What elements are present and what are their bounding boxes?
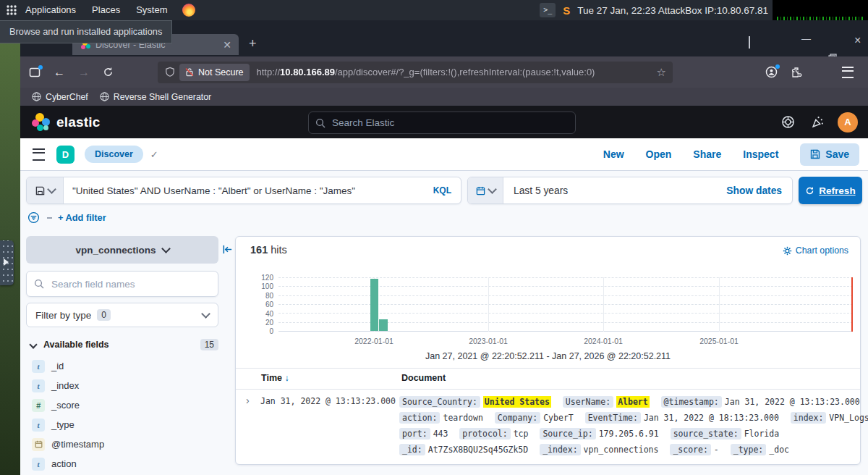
bookmark-cyberchef[interactable]: CyberChef (32, 92, 88, 102)
minimize-button[interactable]: — (801, 33, 811, 44)
user-avatar[interactable]: A (838, 112, 858, 133)
field-item-timestamp[interactable]: @timestamp (26, 434, 218, 454)
drawer-expand-icon (4, 258, 9, 266)
extensions-puzzle-icon[interactable] (791, 67, 802, 78)
menu-applications[interactable]: Applications (17, 0, 84, 20)
doc-field-value: Jan 31, 2022 @ 13:13:23.000 (725, 397, 860, 407)
help-icon[interactable] (781, 115, 795, 129)
add-filter-button[interactable]: + Add filter (58, 212, 106, 223)
number-field-icon: # (32, 399, 45, 412)
close-window-button[interactable]: × (854, 34, 861, 47)
inspect-link[interactable]: Inspect (743, 148, 778, 160)
field-search-box (26, 271, 218, 297)
url-bar[interactable]: Not Secure http://10.80.166.89/app/disco… (158, 62, 673, 83)
not-secure-chip[interactable]: Not Secure (179, 64, 250, 81)
desktop-drawer-handle[interactable] (0, 240, 14, 285)
save-button[interactable]: Save (800, 143, 859, 166)
doc-field-value: teardown (443, 413, 482, 423)
bookmarks-bar: CyberChef Reverse Shell Generator (20, 88, 868, 106)
y-tick: 20 (252, 319, 273, 327)
document-line: _id:At7ZsX8BQU2Sq45GZk5D _index:vpn_conn… (399, 442, 851, 458)
histogram-bar[interactable] (379, 319, 388, 331)
available-fields-header[interactable]: Available fields 15 (26, 339, 218, 350)
share-link[interactable]: Share (693, 148, 721, 160)
forward-button[interactable]: → (78, 66, 90, 79)
refresh-button[interactable]: Refresh (799, 177, 862, 204)
global-search-bar[interactable] (308, 112, 576, 134)
field-item-index[interactable]: t_index (26, 376, 218, 395)
firefox-launcher-icon[interactable] (182, 4, 195, 17)
saved-query-menu[interactable] (27, 177, 64, 203)
reload-button[interactable] (103, 67, 114, 77)
whats-new-icon[interactable] (811, 115, 825, 129)
show-dates-link[interactable]: Show dates (716, 185, 792, 196)
current-time-marker (851, 277, 853, 332)
globe-icon (32, 92, 41, 101)
kql-query-input[interactable] (64, 185, 424, 196)
doc-field-value: Jan 31, 2022 @ 18:13:23.000 (644, 413, 779, 423)
collapse-sidebar-icon[interactable] (222, 244, 233, 255)
doc-field-label: Source_Country: (399, 396, 480, 408)
saved-query-icon (35, 186, 45, 196)
new-link[interactable]: New (603, 148, 624, 160)
query-row: KQL Last 5 years Show dates Refresh (26, 177, 862, 204)
account-icon[interactable] (765, 66, 778, 78)
open-link[interactable]: Open (646, 148, 672, 160)
terminal-tray-icon[interactable]: >_ (540, 3, 556, 17)
index-pattern-selector[interactable]: vpn_connections (26, 236, 218, 264)
query-language-toggle[interactable]: KQL (424, 185, 461, 196)
save-icon (810, 149, 820, 159)
nav-menu-icon[interactable] (33, 148, 45, 161)
expand-row-icon[interactable]: › (246, 395, 250, 406)
discover-toolbar: D Discover ✓ New Open Share Inspect Save (20, 138, 868, 171)
field-item-score[interactable]: #_score (26, 395, 218, 415)
filter-by-type-select[interactable]: Filter by type 0 (26, 303, 218, 327)
bookmark-star-icon[interactable]: ☆ (657, 66, 666, 79)
field-search-input[interactable] (50, 278, 210, 290)
tab-close-icon[interactable]: ✕ (223, 39, 231, 51)
back-button[interactable]: ← (54, 66, 65, 79)
timepicker-calendar-menu[interactable] (468, 177, 503, 203)
filter-icon[interactable] (27, 211, 40, 224)
global-search-input[interactable] (331, 117, 550, 129)
app-grid-icon[interactable] (6, 4, 17, 16)
sublime-tray-icon[interactable]: S (563, 4, 570, 17)
space-badge[interactable]: D (56, 146, 75, 164)
browser-menu-icon[interactable] (842, 67, 854, 78)
histogram-bar[interactable] (370, 279, 378, 331)
row-document-cell: Source_Country:United States UserName:Al… (399, 394, 851, 458)
list-tabs-icon[interactable] (745, 36, 750, 47)
elastic-logo[interactable] (32, 113, 51, 132)
document-line: port:443 protocol:tcp Source_ip:179.205.… (399, 426, 851, 442)
time-range-value[interactable]: Last 5 years (503, 185, 716, 196)
chevron-down-icon (161, 244, 171, 253)
text-field-icon: t (32, 458, 45, 471)
menu-system[interactable]: System (128, 0, 175, 20)
date-field-icon (32, 438, 45, 451)
new-tab-button[interactable]: + (249, 36, 257, 51)
field-item-action[interactable]: taction (26, 454, 218, 474)
menu-places[interactable]: Places (84, 0, 128, 20)
chart-options-button[interactable]: Chart options (783, 245, 848, 256)
hits-count: 161 hits (250, 244, 287, 256)
field-item-id[interactable]: t_id (26, 356, 218, 376)
fields-sidebar: vpn_connections Filter by type 0 Availab… (26, 236, 218, 474)
shield-icon[interactable] (165, 67, 175, 77)
filter-bar: + Add filter (27, 211, 106, 224)
search-icon (34, 279, 44, 289)
query-input-group: KQL (26, 177, 461, 204)
doc-field-label: _index: (540, 444, 580, 455)
breadcrumb-discover[interactable]: Discover (85, 146, 143, 163)
field-item-type[interactable]: t_type (26, 415, 218, 434)
y-tick: 120 (252, 274, 273, 282)
filter-bar-divider (47, 217, 52, 219)
time-column-header[interactable]: Time ↓ (261, 373, 289, 383)
saved-search-check-icon[interactable]: ✓ (150, 149, 158, 160)
doc-field-value: United States (483, 396, 551, 408)
doc-field-label: Company: (495, 412, 540, 424)
doc-field-value: 443 (433, 429, 448, 439)
firefox-view-icon[interactable] (29, 67, 41, 78)
doc-field-value: - (714, 445, 719, 455)
doc-field-label: action: (399, 412, 440, 424)
bookmark-reverse-shell-generator[interactable]: Reverse Shell Generator (100, 92, 211, 102)
